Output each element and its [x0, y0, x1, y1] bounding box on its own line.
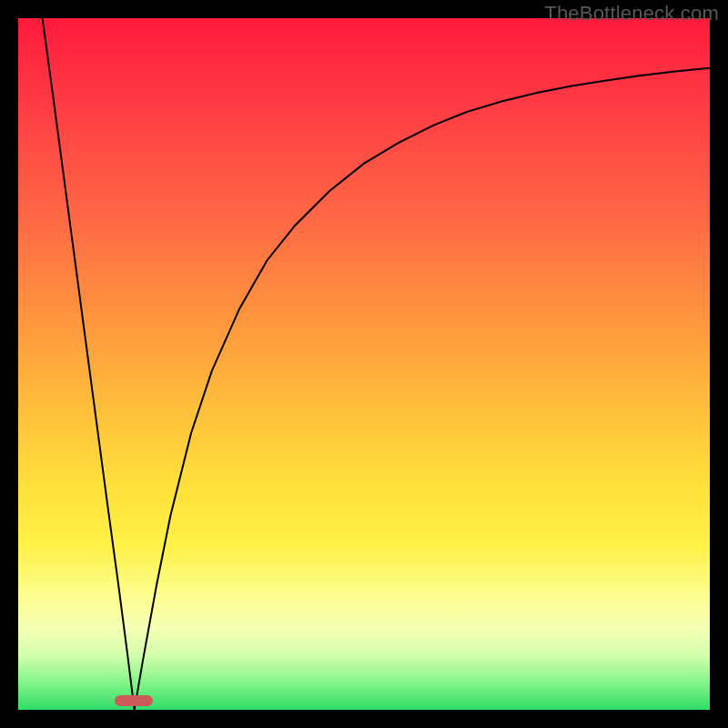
curve-right-branch	[135, 68, 710, 710]
curve-left-branch	[43, 18, 135, 710]
watermark-text: TheBottleneck.com	[544, 2, 719, 25]
plot-area	[18, 18, 710, 710]
optimum-marker	[115, 695, 153, 706]
curve-layer	[18, 18, 710, 710]
chart-frame: TheBottleneck.com	[0, 0, 728, 728]
